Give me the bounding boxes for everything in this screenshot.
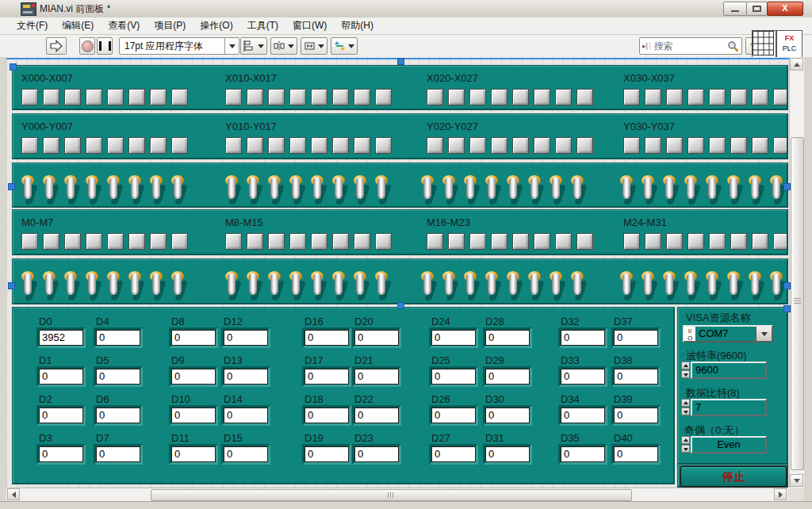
selection-handle[interactable] [783, 282, 791, 289]
combo-dropdown-button[interactable] [756, 327, 772, 341]
maximize-button[interactable] [746, 2, 768, 16]
d-register-value[interactable]: 0 [614, 446, 658, 462]
d-register-value[interactable]: 0 [39, 408, 83, 423]
toggle-switch[interactable] [128, 174, 143, 206]
toggle-switch[interactable] [225, 174, 239, 206]
toggle-switch[interactable] [442, 174, 457, 206]
toggle-switch[interactable] [43, 174, 57, 206]
toggle-switch[interactable] [268, 174, 282, 206]
selection-handle[interactable] [8, 183, 15, 190]
d-register-value[interactable]: 0 [304, 369, 349, 385]
d-register-value[interactable]: 0 [485, 446, 530, 462]
toggle-switch[interactable] [550, 270, 564, 302]
toggle-switch[interactable] [620, 270, 634, 302]
d-register-value[interactable]: 0 [39, 369, 83, 385]
d-register-value[interactable]: 0 [224, 446, 268, 462]
toggle-switch[interactable] [663, 174, 677, 206]
toggle-switch[interactable] [620, 174, 634, 206]
toggle-switch[interactable] [770, 270, 784, 302]
menu-item[interactable]: 帮助(H) [334, 17, 381, 34]
menu-item[interactable]: 查看(V) [101, 17, 147, 34]
toggle-switch[interactable] [171, 174, 186, 206]
vertical-scroll-thumb[interactable] [791, 137, 804, 470]
toggle-switch[interactable] [247, 174, 261, 206]
toggle-switch[interactable] [706, 174, 720, 206]
toggle-switch[interactable] [770, 174, 784, 206]
toggle-switch[interactable] [485, 174, 500, 206]
toggle-switch[interactable] [571, 174, 585, 206]
d-register-value[interactable]: 0 [354, 408, 399, 423]
baud-spinner[interactable] [681, 362, 690, 379]
toggle-switch[interactable] [642, 270, 656, 302]
pause-button[interactable] [97, 37, 113, 55]
d-register-value[interactable]: 0 [614, 369, 658, 385]
d-register-value[interactable]: 0 [431, 446, 476, 462]
toggle-switch[interactable] [684, 270, 699, 302]
scroll-right-button[interactable] [774, 488, 787, 500]
selection-handle[interactable] [397, 58, 404, 65]
abort-button[interactable] [79, 37, 95, 55]
toggle-switch[interactable] [421, 174, 435, 206]
toggle-switch[interactable] [354, 174, 368, 206]
d-register-value[interactable]: 0 [485, 408, 530, 423]
d-register-value[interactable]: 0 [171, 369, 216, 385]
toggle-switch[interactable] [485, 270, 500, 302]
data-bits-spinner[interactable] [681, 399, 690, 416]
d-register-value[interactable]: 0 [354, 330, 399, 346]
toggle-switch[interactable] [150, 270, 164, 302]
connector-pane-icon[interactable] [752, 30, 776, 58]
visa-resource-combo[interactable]: I/O COM7 [683, 325, 773, 343]
toggle-switch[interactable] [442, 270, 457, 302]
data-bits-field[interactable]: 7 [691, 399, 767, 416]
toggle-switch[interactable] [507, 270, 521, 302]
resize-objects-button[interactable] [301, 37, 327, 55]
horizontal-scroll-thumb[interactable] [151, 489, 632, 501]
toggle-switch[interactable] [706, 270, 720, 302]
selection-handle[interactable] [783, 183, 791, 190]
d-register-value[interactable]: 0 [224, 408, 268, 423]
toggle-switch[interactable] [684, 174, 699, 206]
toggle-switch[interactable] [225, 270, 239, 302]
toggle-switch[interactable] [311, 270, 325, 302]
decrement-icon[interactable] [681, 370, 690, 378]
minimize-button[interactable] [723, 2, 747, 16]
scroll-left-button[interactable] [7, 488, 20, 500]
align-objects-button[interactable] [240, 37, 267, 55]
toggle-switch[interactable] [171, 270, 186, 302]
toggle-switch[interactable] [375, 174, 389, 206]
resize-corner[interactable] [787, 488, 804, 501]
selection-handle[interactable] [783, 305, 791, 312]
d-register-value[interactable]: 0 [224, 369, 268, 385]
toggle-switch[interactable] [64, 174, 79, 206]
reorder-objects-button[interactable] [331, 37, 358, 55]
d-register-value[interactable]: 0 [304, 446, 349, 462]
toggle-switch[interactable] [268, 270, 282, 302]
search-input[interactable] [653, 40, 727, 52]
scroll-up-button[interactable] [790, 58, 803, 71]
toggle-switch[interactable] [311, 174, 325, 206]
d-register-value[interactable]: 0 [431, 330, 476, 346]
toggle-switch[interactable] [289, 270, 304, 302]
selection-handle[interactable] [397, 302, 404, 309]
d-register-value[interactable]: 0 [171, 446, 216, 462]
menu-item[interactable]: 工具(T) [240, 17, 285, 34]
parity-spinner[interactable] [681, 436, 690, 454]
toggle-switch[interactable] [749, 174, 763, 206]
search-box[interactable]: ▸| [639, 37, 742, 55]
baud-rate-field[interactable]: 9600 [691, 362, 767, 379]
toggle-switch[interactable] [727, 174, 741, 206]
run-button[interactable] [46, 37, 67, 55]
selection-handle[interactable] [8, 282, 15, 289]
toggle-switch[interactable] [464, 174, 478, 206]
d-register-value[interactable]: 0 [561, 330, 605, 346]
d-register-value[interactable]: 0 [96, 408, 140, 423]
toggle-switch[interactable] [86, 270, 100, 302]
d-register-value[interactable]: 0 [431, 408, 476, 423]
decrement-icon[interactable] [681, 445, 690, 453]
toggle-switch[interactable] [354, 270, 368, 302]
toggle-switch[interactable] [21, 174, 36, 206]
menu-item[interactable]: 窗口(W) [285, 17, 334, 34]
scroll-down-button[interactable] [790, 474, 803, 487]
toggle-switch[interactable] [150, 174, 164, 206]
toggle-switch[interactable] [332, 174, 347, 206]
